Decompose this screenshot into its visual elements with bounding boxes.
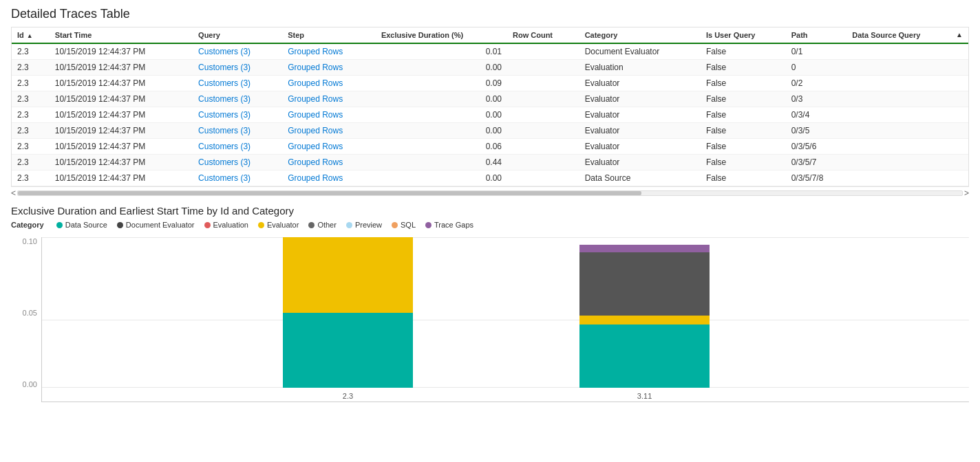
col-step[interactable]: Step (282, 28, 376, 43)
table-cell: 10/15/2019 12:44:37 PM (50, 43, 193, 60)
table-cell: 0.01 (376, 43, 507, 60)
table-row[interactable]: 2.310/15/2019 12:44:37 PMCustomers (3)Gr… (12, 91, 968, 107)
bar-segment-datasource-2-3[interactable] (283, 313, 413, 388)
table-cell: 0/1 (786, 43, 847, 60)
table-cell (507, 107, 579, 123)
table-cell: Customers (3) (193, 139, 282, 155)
evaluator-dot (258, 222, 264, 228)
table-cell: 0.44 (376, 155, 507, 170)
table-cell: 2.3 (12, 170, 50, 186)
table-cell (846, 60, 968, 76)
table-cell: Grouped Rows (282, 43, 376, 60)
table-cell: Grouped Rows (282, 139, 376, 155)
table-cell (507, 60, 579, 76)
table-cell: 10/15/2019 12:44:37 PM (50, 91, 193, 107)
bar-segment-evaluator-3-11[interactable] (579, 316, 710, 324)
table-cell: 0.06 (376, 139, 507, 155)
table-cell (507, 91, 579, 107)
col-query[interactable]: Query (193, 28, 282, 43)
table-cell (507, 155, 579, 170)
table-cell (846, 155, 968, 170)
table-cell: 10/15/2019 12:44:37 PM (50, 170, 193, 186)
table-cell: Evaluator (579, 123, 701, 139)
scroll-left-arrow[interactable]: < (11, 188, 16, 198)
table-cell (507, 43, 579, 60)
legend-doc-eval-text: Document Evaluator (126, 221, 195, 229)
col-data-source-query[interactable]: Data Source Query ▲ (846, 28, 968, 43)
table-row[interactable]: 2.310/15/2019 12:44:37 PMCustomers (3)Gr… (12, 123, 968, 139)
table-cell: 0/3/5/7 (786, 155, 847, 170)
table-cell (846, 139, 968, 155)
col-row-count[interactable]: Row Count (507, 28, 579, 43)
table-cell (846, 76, 968, 91)
table-cell: Customers (3) (193, 76, 282, 91)
table-row[interactable]: 2.310/15/2019 12:44:37 PMCustomers (3)Gr… (12, 107, 968, 123)
chart-title: Exclusive Duration and Earliest Start Ti… (11, 205, 969, 217)
table-cell: 0/2 (786, 76, 847, 91)
table-cell (846, 107, 968, 123)
col-start-time[interactable]: Start Time (50, 28, 193, 43)
bar-segment-datasource-3-11[interactable] (579, 324, 710, 388)
table-cell: Evaluation (579, 60, 701, 76)
table-cell: 0/3/5/7/8 (786, 170, 847, 186)
table-cell: 0/3/4 (786, 107, 847, 123)
table-cell: 10/15/2019 12:44:37 PM (50, 123, 193, 139)
table-cell: Data Source (579, 170, 701, 186)
col-path[interactable]: Path (786, 28, 847, 43)
col-category[interactable]: Category (579, 28, 701, 43)
table-cell: Document Evaluator (579, 43, 701, 60)
legend-item-trace-gaps: Trace Gaps (425, 221, 473, 229)
table-cell: Grouped Rows (282, 170, 376, 186)
detailed-traces-table: Id Start Time Query Step Exclusive Durat… (12, 28, 968, 186)
table-cell: 0.00 (376, 107, 507, 123)
table-cell (846, 91, 968, 107)
table-cell: False (701, 155, 786, 170)
table-cell: Customers (3) (193, 91, 282, 107)
table-cell (507, 139, 579, 155)
table-cell: Customers (3) (193, 123, 282, 139)
table-cell: Grouped Rows (282, 60, 376, 76)
legend-datasource-text: Data Source (65, 221, 107, 229)
table-cell: False (701, 123, 786, 139)
bar-segment-tracegaps-3-11[interactable] (579, 245, 710, 252)
col-is-user-query[interactable]: Is User Query (701, 28, 786, 43)
table-cell: 0.00 (376, 123, 507, 139)
legend-item-preview: Preview (346, 221, 382, 229)
table-cell: 0.00 (376, 91, 507, 107)
table-cell: False (701, 91, 786, 107)
table-cell: 10/15/2019 12:44:37 PM (50, 107, 193, 123)
table-title: Detailed Traces Table (11, 7, 969, 21)
table-cell: 2.3 (12, 60, 50, 76)
table-row[interactable]: 2.310/15/2019 12:44:37 PMCustomers (3)Gr… (12, 43, 968, 60)
legend-item-evaluation: Evaluation (204, 221, 248, 229)
table-cell: 0/3/5/6 (786, 139, 847, 155)
bar-segment-doceval-3-11[interactable] (579, 252, 710, 316)
bar-group-3-11 (579, 237, 710, 388)
table-cell: False (701, 170, 786, 186)
legend-item-evaluator: Evaluator (258, 221, 299, 229)
y-label-010: 0.10 (23, 237, 37, 245)
legend-evaluation-text: Evaluation (213, 221, 248, 229)
bar-segment-evaluator-2-3[interactable] (283, 237, 413, 313)
legend-item-other: Other (308, 221, 337, 229)
table-row[interactable]: 2.310/15/2019 12:44:37 PMCustomers (3)Gr… (12, 139, 968, 155)
col-exclusive-duration[interactable]: Exclusive Duration (%) (376, 28, 507, 43)
table-cell: Customers (3) (193, 60, 282, 76)
col-id[interactable]: Id (12, 28, 50, 43)
table-row[interactable]: 2.310/15/2019 12:44:37 PMCustomers (3)Gr… (12, 60, 968, 76)
table-cell: False (701, 107, 786, 123)
table-cell: 10/15/2019 12:44:37 PM (50, 139, 193, 155)
table-cell: 0/3 (786, 91, 847, 107)
table-cell (507, 123, 579, 139)
table-cell: 2.3 (12, 155, 50, 170)
legend-evaluator-text: Evaluator (267, 221, 299, 229)
table-row[interactable]: 2.310/15/2019 12:44:37 PMCustomers (3)Gr… (12, 155, 968, 170)
scroll-right-arrow[interactable]: > (964, 188, 969, 198)
chart-legend: Category Data Source Document Evaluator … (11, 221, 969, 229)
table-row[interactable]: 2.310/15/2019 12:44:37 PMCustomers (3)Gr… (12, 76, 968, 91)
table-container: Id Start Time Query Step Exclusive Durat… (11, 27, 969, 187)
legend-item-sql: SQL (392, 221, 416, 229)
table-cell: 2.3 (12, 123, 50, 139)
table-header-row: Id Start Time Query Step Exclusive Durat… (12, 28, 968, 43)
table-row[interactable]: 2.310/15/2019 12:44:37 PMCustomers (3)Gr… (12, 170, 968, 186)
